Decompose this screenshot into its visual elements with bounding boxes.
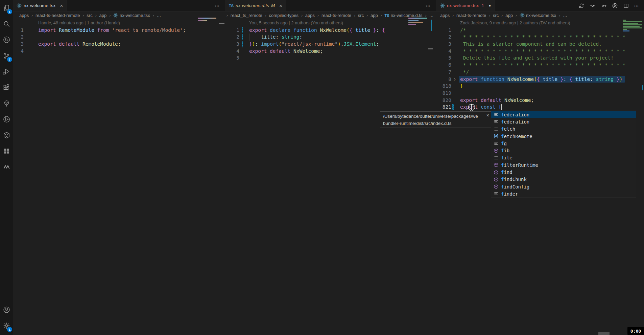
fold-chevron-icon[interactable]: › xyxy=(453,76,456,83)
suggestion-fetchRemote[interactable]: fetchRemote xyxy=(491,133,636,140)
source-control-icon[interactable]: 7 xyxy=(0,48,13,64)
line-number: 1 xyxy=(436,27,451,34)
line-number: 3 xyxy=(13,41,24,48)
git-graph-icon[interactable] xyxy=(0,111,13,127)
breadcrumb-item-nx-welcome.d.ts[interactable]: TSnx-welcome.d.ts xyxy=(385,13,423,18)
suggestion-label: file xyxy=(501,155,512,160)
push-icon[interactable] xyxy=(601,2,607,9)
breadcrumb-item-app[interactable]: app xyxy=(371,13,378,18)
run-debug-icon[interactable] xyxy=(0,64,13,80)
suggestion-fetch[interactable]: fetch xyxy=(491,126,636,133)
suggestion-kind-text-icon xyxy=(493,141,499,146)
suggestion-fib[interactable]: fib xyxy=(491,147,636,154)
breadcrumb-item-react-ts-nested-remote[interactable]: react-ts-nested-remote xyxy=(35,13,80,18)
suggestion-find[interactable]: find xyxy=(491,169,636,176)
extension-branch-at-icon[interactable] xyxy=(0,32,13,48)
code-line-2: 2 title: string; xyxy=(225,34,436,41)
tab-bar: TSnx-welcome.d.tsM×⋯ xyxy=(225,0,436,12)
line-number: 6 xyxy=(436,62,451,69)
code-text xyxy=(460,90,463,97)
editor-actions: ⋯ xyxy=(578,0,644,11)
line-number: 3 xyxy=(436,41,451,48)
breadcrumb-separator: › xyxy=(425,13,427,18)
minimap-slider-left[interactable] xyxy=(219,23,224,24)
suggestion-fg[interactable]: fg xyxy=(491,140,636,147)
commit-icon[interactable] xyxy=(590,2,596,9)
breadcrumb-item-src[interactable]: src xyxy=(493,13,499,18)
tab-nx-welcome.tsx[interactable]: nx-welcome.tsx1● xyxy=(436,0,495,11)
tab-close-icon[interactable]: × xyxy=(279,3,282,8)
tab-nx-welcome.d.ts[interactable]: TSnx-welcome.d.tsM× xyxy=(225,0,286,11)
breadcrumb-item-apps[interactable]: apps xyxy=(19,13,29,18)
line-number: 5 xyxy=(225,54,239,62)
tab-dirty-dot-icon[interactable]: ● xyxy=(489,4,491,7)
breadcrumb: apps›react-ts-nested-remote›src›app›nx-w… xyxy=(13,11,225,20)
breadcrumb-item-compiled-types[interactable]: compiled-types xyxy=(269,13,299,18)
breadcrumb-label: nx-welcome.tsx xyxy=(526,13,556,18)
suggestion-finder[interactable]: finder xyxy=(491,190,636,197)
breadcrumb-item-app[interactable]: app xyxy=(99,13,107,18)
more-actions-icon[interactable]: ⋯ xyxy=(634,3,640,8)
breadcrumb-item-nx-welcome.tsx[interactable]: nx-welcome.tsx xyxy=(113,13,150,18)
explorer-icon[interactable]: 1 xyxy=(0,0,13,16)
more-actions-icon[interactable]: ⋯ xyxy=(426,3,431,8)
minimap-left xyxy=(198,18,216,21)
horizontal-scrollbar-thumb[interactable] xyxy=(598,332,610,335)
suggestion-federation[interactable]: federation xyxy=(491,111,636,118)
suggestion-filterRuntime[interactable]: filterRuntime xyxy=(491,161,636,169)
code-text: export default RemoteModule; xyxy=(38,41,121,48)
suggestion-kind-event-icon xyxy=(493,134,499,139)
suggestion-kind-module-icon xyxy=(493,170,499,175)
settings-icon[interactable]: 1 xyxy=(0,318,13,334)
breadcrumb-item-nx-welcome.tsx[interactable]: nx-welcome.tsx xyxy=(520,13,556,18)
extensions-icon[interactable] xyxy=(0,80,13,95)
minimap-slider-middle[interactable] xyxy=(428,48,433,49)
breadcrumb-item-react-ts-remote[interactable]: react-ts-remote xyxy=(456,13,486,18)
sync-icon[interactable] xyxy=(578,2,585,9)
line-number: 7 xyxy=(436,69,451,76)
tooltip-close-icon[interactable]: × xyxy=(486,112,489,119)
more-actions-icon[interactable]: ⋯ xyxy=(215,3,220,8)
breadcrumb-item-apps[interactable]: apps xyxy=(305,13,315,18)
line-number: 1 xyxy=(225,27,239,34)
tab-nx-welcome.tsx[interactable]: nx-welcome.tsx× xyxy=(13,0,67,11)
suggestion-federation[interactable]: federation xyxy=(491,118,636,125)
breadcrumb-item-src[interactable]: src xyxy=(87,13,92,18)
breadcrumb-item-[interactable]: … xyxy=(157,13,161,18)
minimap-middle xyxy=(408,18,427,25)
suggestion-label: fetch xyxy=(501,126,515,132)
code-text xyxy=(249,54,252,62)
extension-grid-icon[interactable] xyxy=(0,143,13,159)
extension-wave-icon[interactable] xyxy=(0,159,13,175)
breadcrumb-label: app xyxy=(99,13,107,18)
todo-tree-icon[interactable] xyxy=(0,95,13,111)
breadcrumb-item-app[interactable]: app xyxy=(505,13,513,18)
line-number: 820 xyxy=(436,97,451,104)
breadcrumb-item-[interactable]: … xyxy=(429,13,433,18)
gutter-modified-indicator xyxy=(242,34,243,40)
breadcrumb-label: react-ts-remote xyxy=(321,13,351,18)
code-editor[interactable]: You, 5 seconds ago | 2 authors (You and … xyxy=(225,20,436,335)
code-line-4: 4export default NxWelcome; xyxy=(225,48,436,55)
split-editor-icon[interactable] xyxy=(623,2,629,9)
code-editor[interactable]: Hanric, 48 minutes ago | 1 author (Hanri… xyxy=(13,20,225,335)
line-number: 819 xyxy=(436,90,451,97)
tab-close-icon[interactable]: × xyxy=(60,3,63,8)
breadcrumb-item-apps[interactable]: apps xyxy=(440,13,450,18)
suggestion-findConfig[interactable]: findConfig xyxy=(491,183,636,190)
tab-bar: nx-welcome.tsx1●⋯ xyxy=(436,0,644,12)
breadcrumb-separator: › xyxy=(82,13,85,18)
breadcrumb-item-react-ts-remote[interactable]: react-ts-remote xyxy=(321,13,351,18)
git-blame-annotation: Zack Jackson, 9 months ago | 2 authors (… xyxy=(436,20,644,27)
extension-cube-icon[interactable] xyxy=(0,127,13,143)
suggestion-findChunk[interactable]: findChunk xyxy=(491,176,636,183)
code-text: export declare function NxWelcome({ titl… xyxy=(249,27,385,34)
git-graph-icon[interactable] xyxy=(612,2,618,9)
search-icon[interactable] xyxy=(0,16,13,32)
suggestion-file[interactable]: file xyxy=(491,154,636,161)
breadcrumb-item-[interactable]: … xyxy=(563,13,567,18)
breadcrumb-label: react-ts-nested-remote xyxy=(35,13,80,18)
breadcrumb-item-reacttsremote[interactable]: react_ts_remote xyxy=(231,13,262,18)
account-icon[interactable] xyxy=(0,302,13,318)
breadcrumb-item-src[interactable]: src xyxy=(358,13,364,18)
